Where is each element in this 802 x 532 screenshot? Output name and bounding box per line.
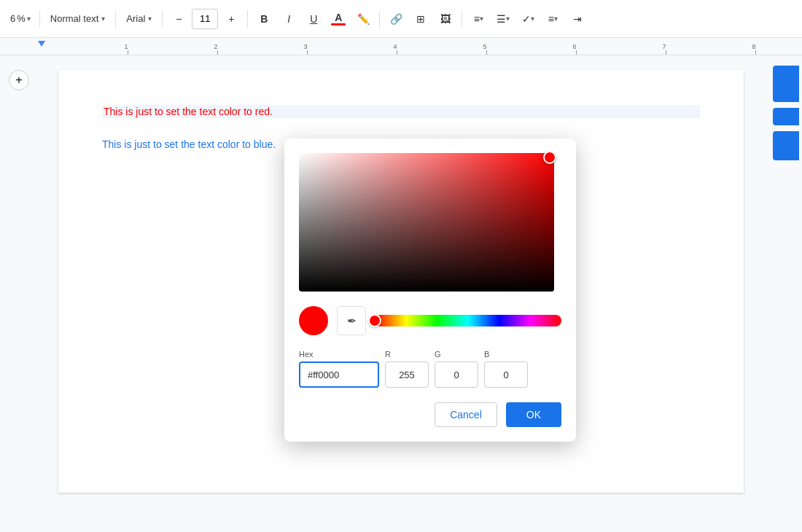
color-picker-dialog: ✒ Hex R G B [284, 138, 576, 442]
values-row: Hex R G B [299, 350, 561, 388]
ruler-mark-5: 5 [486, 50, 487, 55]
zoom-unit: % [17, 13, 26, 24]
cancel-button[interactable]: Cancel [435, 402, 497, 427]
divider-1 [39, 10, 40, 28]
hue-slider[interactable] [375, 315, 561, 326]
underline-button[interactable]: U [302, 7, 325, 31]
font-chevron-icon: ▾ [148, 15, 152, 23]
font-size-input[interactable] [192, 9, 218, 29]
divider-3 [162, 10, 163, 28]
ruler-mark-8: 8 [755, 50, 756, 55]
right-sidebar [764, 55, 802, 532]
line-spacing-button[interactable]: ☰ ▾ [491, 7, 515, 31]
ruler-mark-6: 6 [576, 50, 577, 55]
checklist-button[interactable]: ✓ ▾ [516, 7, 540, 31]
g-group: G [435, 350, 478, 388]
link-button[interactable]: 🔗 [384, 7, 408, 31]
dialog-buttons: Cancel OK [299, 402, 561, 427]
minus-icon: − [176, 13, 182, 25]
sidebar-tab-3[interactable] [773, 131, 799, 160]
ruler-mark-2: 2 [217, 50, 218, 55]
hex-label: Hex [299, 350, 379, 359]
hex-input[interactable] [299, 361, 379, 388]
checklist-icon: ✓ [522, 13, 531, 25]
ok-button[interactable]: OK [506, 402, 561, 427]
bold-button[interactable]: B [252, 7, 276, 31]
r-input[interactable] [385, 361, 429, 388]
gradient-handle[interactable] [543, 151, 556, 164]
eyedropper-icon: ✒ [347, 314, 357, 328]
indent-icon: ⇥ [573, 13, 582, 25]
ruler-mark-3: 3 [307, 50, 308, 55]
style-chevron-icon: ▾ [101, 15, 105, 23]
link-icon: 🔗 [390, 13, 402, 25]
sidebar-tab-2[interactable] [773, 108, 799, 125]
checklist-chevron-icon: ▾ [531, 15, 534, 23]
image-button[interactable]: 🖼 [434, 7, 457, 31]
text-color-bar [331, 23, 346, 26]
g-label: G [435, 350, 478, 359]
insert-icon: ⊞ [416, 13, 425, 25]
zoom-chevron-icon: ▾ [27, 15, 31, 23]
divider-2 [115, 10, 116, 28]
align-button[interactable]: ≡ ▾ [467, 7, 490, 31]
b-label: B [484, 350, 528, 359]
ruler-mark-1: 1 [128, 50, 128, 55]
font-size-increase-button[interactable]: + [219, 7, 243, 31]
zoom-value: 6 [10, 13, 15, 24]
r-label: R [385, 350, 429, 359]
text-color-button[interactable]: A [327, 7, 350, 31]
controls-row: ✒ [299, 306, 561, 335]
add-comment-button[interactable]: + [9, 70, 29, 90]
italic-icon: I [287, 13, 290, 25]
divider-6 [462, 10, 462, 28]
ruler-marks: 1 2 3 4 5 6 7 8 [38, 38, 802, 55]
style-dropdown[interactable]: Normal text ▾ [44, 6, 111, 32]
font-dropdown[interactable]: Arial ▾ [120, 6, 157, 32]
plus-icon: + [228, 13, 234, 25]
line-spacing-icon: ☰ [497, 13, 506, 25]
color-preview-swatch [299, 306, 328, 335]
text-color-letter: A [335, 12, 342, 23]
indent-button[interactable]: ⇥ [566, 7, 589, 31]
g-input[interactable] [435, 361, 478, 388]
color-gradient-picker[interactable] [299, 153, 554, 292]
align-icon: ≡ [474, 13, 480, 25]
image-icon: 🖼 [440, 13, 451, 25]
list-button[interactable]: ≡ ▾ [541, 7, 564, 31]
font-size-control: − + [167, 7, 243, 31]
b-group: B [484, 350, 528, 388]
highlight-icon: ✏️ [357, 13, 370, 25]
ruler-mark-7: 7 [666, 50, 666, 55]
bold-icon: B [260, 13, 268, 25]
divider-5 [379, 10, 380, 28]
style-label: Normal text [50, 13, 98, 24]
font-label: Arial [126, 13, 145, 24]
underline-icon: U [310, 13, 317, 25]
insert-button[interactable]: ⊞ [409, 7, 432, 31]
divider-4 [247, 10, 248, 28]
highlight-button[interactable]: ✏️ [351, 7, 375, 31]
eyedropper-button[interactable]: ✒ [337, 306, 366, 335]
b-input[interactable] [484, 361, 528, 388]
align-chevron-icon: ▾ [480, 15, 483, 23]
list-chevron-icon: ▾ [554, 15, 558, 23]
color-gradient-inner [299, 153, 554, 292]
hue-handle[interactable] [368, 314, 381, 327]
toolbar: 6 % ▾ Normal text ▾ Arial ▾ − + B I U A [0, 0, 802, 38]
left-margin: + [0, 55, 38, 532]
sidebar-tab-1[interactable] [773, 66, 799, 102]
color-gradient-dark [299, 153, 554, 292]
ruler-mark-4: 4 [397, 50, 397, 55]
red-text-line: This is just to set the text color to re… [102, 105, 700, 118]
hex-group: Hex [299, 350, 379, 388]
spacing-chevron-icon: ▾ [506, 15, 510, 23]
ruler: 1 2 3 4 5 6 7 8 [0, 38, 802, 55]
italic-button[interactable]: I [277, 7, 300, 31]
font-size-decrease-button[interactable]: − [167, 7, 190, 31]
list-icon: ≡ [548, 13, 554, 25]
zoom-control[interactable]: 6 % ▾ [6, 13, 35, 24]
r-group: R [385, 350, 429, 388]
